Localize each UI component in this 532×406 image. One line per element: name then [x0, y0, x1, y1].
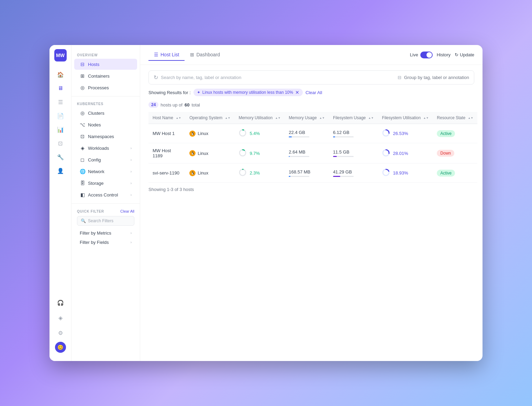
svg-point-8	[240, 169, 246, 176]
mem-usage-bar	[289, 156, 309, 157]
tab-dashboard[interactable]: ⊞ Dashboard	[185, 49, 225, 61]
storage-chevron-icon: ›	[131, 181, 132, 185]
fs-usage-bar	[333, 156, 354, 157]
update-button[interactable]: ↻ Update	[455, 52, 474, 57]
chart-icon[interactable]: 📊	[54, 123, 67, 136]
workload-icon: ◈	[80, 145, 85, 151]
storage-icon: 🗄	[80, 180, 85, 186]
clear-all-link[interactable]: Clear All	[306, 90, 322, 95]
cell-resource-state: Down	[433, 143, 477, 163]
filter-tags-row: Showing Results for : ✦ Linux hosts with…	[148, 89, 474, 96]
quick-filter-clear-all[interactable]: Clear All	[120, 209, 134, 213]
mem-util-donut	[239, 129, 247, 138]
mem-util-donut	[239, 149, 247, 158]
fs-usage-bar	[333, 136, 354, 137]
sidebar-item-workloads-label: Workloads	[88, 146, 109, 151]
history-button[interactable]: History	[437, 52, 451, 57]
filter-by-metrics-item[interactable]: Filter by Metrics ›	[77, 228, 134, 238]
sort-resource-state-icon: ▲▼	[468, 116, 473, 120]
col-fs-util[interactable]: Filesystem Utilisation ▲▼	[378, 112, 433, 124]
quick-filter-label: QUICK FILTER	[77, 210, 104, 213]
search-bar[interactable]: ↻ Search by name, tag, label or annotati…	[148, 70, 474, 84]
access-icon: ◧	[80, 192, 85, 198]
monitor-icon[interactable]: 🖥	[54, 82, 67, 94]
col-mem-usage[interactable]: Memory Usage ▲▼	[285, 112, 329, 124]
sidebar-item-workloads[interactable]: ◈ Workloads ›	[74, 143, 137, 154]
toggle-switch[interactable]	[420, 52, 433, 58]
file-icon[interactable]: 📄	[54, 110, 67, 122]
sidebar-item-access-control[interactable]: ◧ Access Control ›	[74, 189, 137, 200]
cell-fs-util: 26.53%	[378, 124, 433, 143]
sidebar-item-hosts[interactable]: ⊟ Hosts	[74, 59, 137, 70]
tool-icon[interactable]: 🔧	[54, 151, 67, 163]
refresh-icon: ↻	[455, 52, 458, 57]
col-fs-usage[interactable]: Filesystem Usage ▲▼	[329, 112, 378, 124]
tab-dashboard-label: Dashboard	[196, 52, 220, 57]
col-resource-state[interactable]: Resource State ▲▼	[433, 112, 477, 124]
printer-icon: ⊟	[398, 75, 401, 80]
total-count: 60	[185, 102, 189, 108]
mem-usage-bar	[289, 136, 309, 137]
overview-section-label: OVERVIEW	[71, 50, 140, 58]
col-os[interactable]: Operating System ▲▼	[185, 112, 234, 124]
linux-icon: 🐧	[189, 150, 196, 156]
update-label: Update	[460, 52, 474, 57]
namespace-icon: ⊡	[80, 134, 85, 139]
filter-star-icon: ✦	[197, 90, 200, 95]
search-icon: ↻	[154, 74, 158, 81]
sidebar-item-nodes[interactable]: ⌥ Nodes	[74, 119, 137, 130]
search-bar-right: ⊟ Group by tag, label or annotation	[398, 75, 469, 80]
app-logo[interactable]: MW	[54, 49, 67, 61]
sidebar-item-processes[interactable]: ◎ Processes	[74, 82, 137, 93]
network-icon: 🌐	[80, 169, 85, 174]
host-icon: ⊟	[80, 61, 85, 67]
sidebar-item-storage[interactable]: 🗄 Storage ›	[74, 178, 137, 189]
live-toggle[interactable]: Live	[410, 52, 433, 58]
tab-host-list[interactable]: ☰ Host List	[148, 49, 185, 61]
sidebar-item-network-label: Network	[88, 169, 104, 174]
sort-mem-util-icon: ▲▼	[275, 116, 281, 120]
table-row: MW Host 1189 🐧 Linux 9.7% 2.64 MB	[148, 143, 477, 163]
sidebar-item-processes-label: Processes	[88, 85, 109, 90]
config-chevron-icon: ›	[131, 158, 132, 162]
sidebar-item-storage-label: Storage	[88, 181, 104, 186]
sidebar-item-namespaces[interactable]: ⊡ Namespaces	[74, 131, 137, 142]
sidebar-item-containers[interactable]: ⊞ Containers	[74, 70, 137, 81]
sidebar-item-network[interactable]: 🌐 Network ›	[74, 166, 137, 177]
col-host-name[interactable]: Host Name ▲▼	[148, 112, 185, 124]
list-icon[interactable]: ☰	[54, 96, 67, 108]
sidebar-item-config[interactable]: ◻ Config ›	[74, 154, 137, 165]
col-mem-util[interactable]: Memory Utilisation ▲▼	[234, 112, 285, 124]
status-badge: Active	[437, 130, 455, 137]
filter-by-fields-item[interactable]: Filter by Fields ›	[77, 238, 134, 247]
person-icon[interactable]: 👤	[54, 165, 67, 177]
table-body: MW Host 1 🐧 Linux 5.4% 22.4 GB	[148, 124, 477, 183]
hosts-table: Host Name ▲▼ Operating System ▲▼ Memory …	[148, 112, 477, 183]
live-label: Live	[410, 52, 418, 57]
search-filter-input[interactable]: 🔍 Search Filters	[77, 216, 134, 226]
cell-mem-util: 5.4%	[234, 124, 285, 143]
home-icon[interactable]: 🏠	[54, 68, 67, 81]
headset-icon[interactable]: 🎧	[54, 296, 67, 309]
history-label: History	[437, 52, 451, 57]
total-label: total	[191, 102, 200, 108]
filter-by-fields-label: Filter by Fields	[80, 240, 109, 245]
sidebar: OVERVIEW ⊟ Hosts ⊞ Containers ◎ Processe…	[71, 45, 140, 361]
settings-icon[interactable]: ⚙	[54, 327, 67, 339]
cell-resource-state: Active	[433, 163, 477, 183]
grid-icon[interactable]: ⊡	[54, 137, 67, 149]
sidebar-item-namespaces-label: Namespaces	[88, 134, 114, 139]
table-header-row: Host Name ▲▼ Operating System ▲▼ Memory …	[148, 112, 477, 124]
os-label: Linux	[198, 151, 208, 156]
filter-metrics-chevron-icon: ›	[131, 231, 132, 235]
dashboard-tab-icon: ⊞	[190, 52, 194, 57]
mem-util-value: 9.7%	[250, 151, 260, 156]
sort-host-name-icon: ▲▼	[176, 116, 181, 120]
avatar[interactable]: 😊	[55, 342, 66, 353]
hosts-count-badge: 24	[148, 102, 158, 108]
filter-tag-close-icon[interactable]: ✕	[295, 90, 299, 95]
sidebar-item-clusters[interactable]: ◎ Clusters	[74, 108, 137, 119]
cube-icon[interactable]: ◈	[54, 312, 67, 324]
sidebar-divider	[71, 96, 140, 97]
os-label: Linux	[198, 131, 208, 136]
